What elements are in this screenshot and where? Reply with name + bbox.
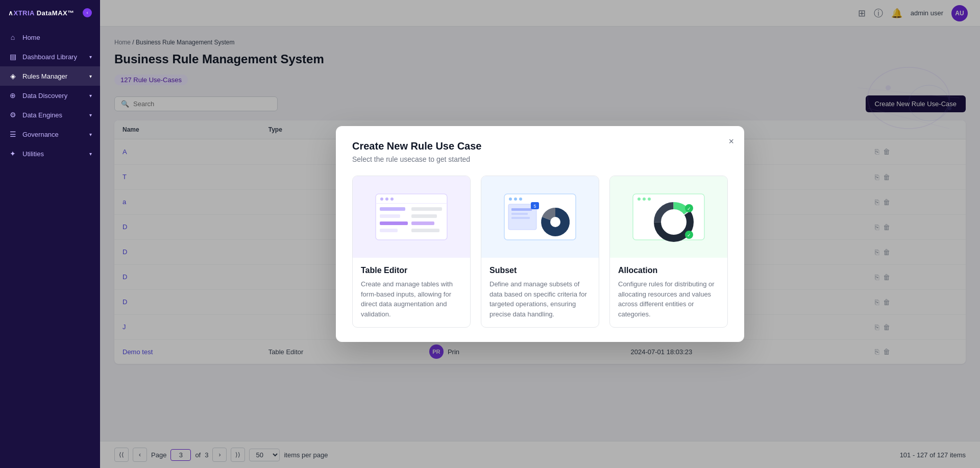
svg-rect-16 xyxy=(411,221,434,225)
sidebar-item-governance[interactable]: ☰ Governance ▾ xyxy=(0,125,100,144)
data-discovery-icon: ⊕ xyxy=(8,91,17,100)
svg-rect-15 xyxy=(380,221,408,225)
table-editor-thumbnail xyxy=(353,176,470,258)
svg-point-33 xyxy=(643,198,646,201)
sidebar-item-data-discovery-label: Data Discovery xyxy=(22,92,67,100)
dashboard-icon: ▤ xyxy=(8,53,17,61)
sidebar-item-dashboard-label: Dashboard Library xyxy=(22,53,77,61)
table-editor-name: Table Editor xyxy=(361,266,462,275)
svg-rect-14 xyxy=(411,214,437,218)
allocation-name: Allocation xyxy=(618,266,719,275)
svg-point-22 xyxy=(519,198,522,201)
svg-rect-18 xyxy=(411,229,439,232)
sidebar-collapse-btn[interactable]: ‹ xyxy=(83,8,92,17)
svg-point-9 xyxy=(390,198,394,201)
sidebar-item-data-discovery[interactable]: ⊕ Data Discovery ▾ xyxy=(0,86,100,105)
sidebar-item-home-label: Home xyxy=(22,34,40,41)
subset-desc: Define and manage subsets of data based … xyxy=(489,279,591,319)
modal-options: Table Editor Create and manage tables wi… xyxy=(352,176,728,328)
sidebar-item-rules-label: Rules Manager xyxy=(22,72,67,80)
subset-name: Subset xyxy=(489,266,591,275)
sidebar-item-data-engines-label: Data Engines xyxy=(22,111,62,119)
svg-rect-26 xyxy=(511,217,530,219)
dashboard-arrow-icon: ▾ xyxy=(89,54,92,60)
create-rule-modal: × Create New Rule Use Case Select the ru… xyxy=(336,126,744,342)
utilities-icon: ✦ xyxy=(8,150,17,158)
modal-subtitle: Select the rule usecase to get started xyxy=(352,155,728,163)
modal-title: Create New Rule Use Case xyxy=(352,140,728,152)
svg-text:✓: ✓ xyxy=(687,233,691,238)
svg-point-39 xyxy=(665,213,683,231)
subset-body: Subset Define and manage subsets of data… xyxy=(481,258,599,327)
data-engines-icon: ⚙ xyxy=(8,111,17,119)
sidebar-logo-area: ∧XTRIA DataMAX™ ‹ xyxy=(0,0,100,23)
allocation-desc: Configure rules for distributing or allo… xyxy=(618,279,719,319)
sidebar-nav: ⌂ Home ▤ Dashboard Library ▾ ◈ Rules Man… xyxy=(0,23,100,468)
option-card-table-editor[interactable]: Table Editor Create and manage tables wi… xyxy=(352,176,471,328)
svg-rect-17 xyxy=(380,229,398,232)
sidebar-item-governance-label: Governance xyxy=(22,131,59,138)
sidebar-item-rules-manager[interactable]: ◈ Rules Manager ▾ xyxy=(0,66,100,86)
rules-arrow-icon: ▾ xyxy=(89,73,92,79)
sidebar: ∧XTRIA DataMAX™ ‹ ⌂ Home ▤ Dashboard Lib… xyxy=(0,0,100,468)
subset-thumbnail: 5 xyxy=(481,176,599,258)
table-editor-body: Table Editor Create and manage tables wi… xyxy=(353,258,470,327)
svg-rect-10 xyxy=(376,203,447,204)
allocation-thumbnail: ✓ ✓ xyxy=(610,176,727,258)
sidebar-item-home[interactable]: ⌂ Home xyxy=(0,28,100,47)
svg-rect-25 xyxy=(511,213,528,215)
svg-rect-13 xyxy=(380,214,400,218)
svg-point-7 xyxy=(380,198,383,201)
svg-point-8 xyxy=(385,198,388,201)
svg-point-32 xyxy=(638,198,641,201)
data-discovery-arrow-icon: ▾ xyxy=(89,93,92,98)
home-icon: ⌂ xyxy=(8,33,17,41)
svg-text:✓: ✓ xyxy=(687,206,691,211)
option-card-subset[interactable]: 5 Subset Define and manage subsets of da… xyxy=(481,176,599,328)
option-card-allocation[interactable]: ✓ ✓ Allocation Configure rules for distr… xyxy=(609,176,728,328)
data-engines-arrow-icon: ▾ xyxy=(89,112,92,118)
allocation-body: Allocation Configure rules for distribut… xyxy=(610,258,727,327)
modal-overlay: × Create New Rule Use Case Select the ru… xyxy=(100,0,980,468)
app-logo: ∧XTRIA DataMAX™ xyxy=(8,9,75,17)
governance-arrow-icon: ▾ xyxy=(89,132,92,137)
svg-point-21 xyxy=(514,198,517,201)
svg-text:5: 5 xyxy=(533,204,536,209)
svg-point-30 xyxy=(550,217,560,227)
governance-icon: ☰ xyxy=(8,130,17,138)
utilities-arrow-icon: ▾ xyxy=(89,151,92,157)
svg-rect-11 xyxy=(380,207,405,211)
sidebar-item-utilities-label: Utilities xyxy=(22,150,44,158)
table-editor-desc: Create and manage tables with form-based… xyxy=(361,279,462,319)
svg-point-20 xyxy=(509,198,512,201)
modal-close-button[interactable]: × xyxy=(728,136,734,147)
sidebar-item-utilities[interactable]: ✦ Utilities ▾ xyxy=(0,144,100,163)
main-area: ⊞ ⓘ 🔔 admin user AU Home / Business Rule… xyxy=(100,0,980,468)
rules-icon: ◈ xyxy=(8,72,17,80)
svg-rect-12 xyxy=(411,207,442,211)
svg-point-34 xyxy=(648,198,651,201)
sidebar-item-data-engines[interactable]: ⚙ Data Engines ▾ xyxy=(0,105,100,125)
sidebar-item-dashboard-library[interactable]: ▤ Dashboard Library ▾ xyxy=(0,47,100,66)
svg-rect-24 xyxy=(511,208,532,211)
